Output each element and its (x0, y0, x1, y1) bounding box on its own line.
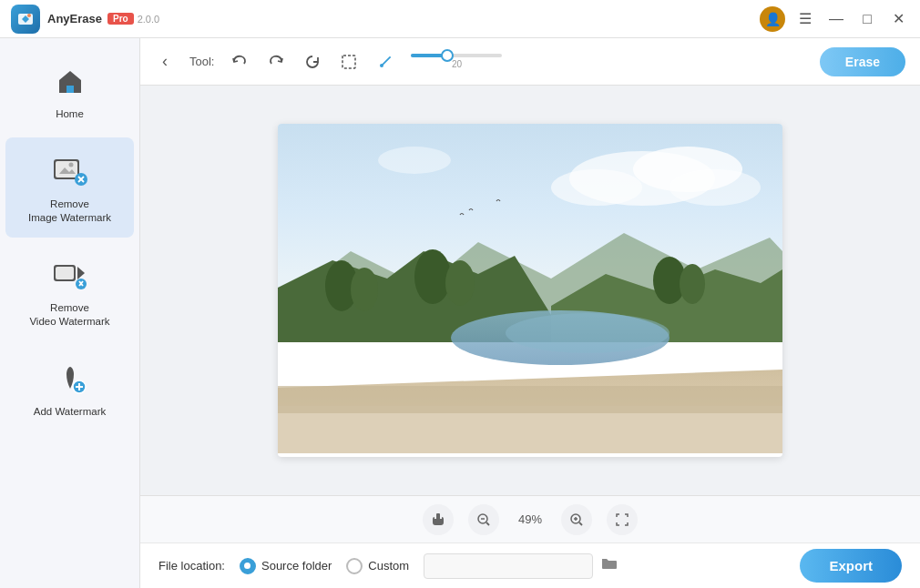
brush-tool-button[interactable] (371, 47, 400, 76)
back-button[interactable]: ‹ (155, 48, 175, 75)
custom-label: Custom (368, 559, 409, 573)
svg-point-24 (670, 169, 761, 206)
path-input[interactable] (424, 553, 593, 579)
close-button[interactable]: ✕ (887, 8, 909, 30)
zoom-out-button[interactable] (468, 504, 499, 535)
sidebar-add-watermark-label: Add Watermark (34, 405, 106, 419)
sidebar-item-add-watermark[interactable]: Add Watermark (5, 345, 134, 431)
sidebar-home-label: Home (56, 107, 84, 121)
canvas-image (278, 124, 782, 453)
title-bar: AnyErase Pro 2.0.0 👤 ☰ — □ ✕ (0, 0, 920, 38)
pan-button[interactable] (423, 504, 454, 535)
undo-button[interactable] (225, 47, 254, 76)
svg-rect-29 (278, 386, 782, 413)
folder-browse-button[interactable] (600, 555, 618, 576)
svg-point-19 (380, 64, 383, 67)
main-layout: Home RemoveImage Watermark (0, 38, 920, 588)
redo-button[interactable] (261, 47, 291, 76)
svg-point-35 (680, 264, 705, 304)
svg-point-23 (551, 169, 642, 206)
home-icon (50, 62, 90, 102)
sidebar-item-home[interactable]: Home (5, 47, 134, 134)
svg-line-38 (486, 522, 489, 525)
zoom-percent: 49% (514, 512, 547, 526)
toolbar: ‹ Tool: (140, 38, 920, 86)
source-folder-radio[interactable] (240, 558, 256, 574)
svg-rect-2 (66, 86, 74, 93)
source-folder-option[interactable]: Source folder (240, 558, 332, 574)
svg-point-33 (445, 260, 475, 306)
selection-tool-button[interactable] (334, 47, 363, 76)
svg-rect-18 (342, 56, 355, 68)
add-watermark-icon (50, 360, 90, 400)
svg-point-25 (378, 147, 451, 174)
source-folder-label: Source folder (261, 559, 332, 573)
reset-button[interactable] (298, 47, 327, 76)
zoom-in-button[interactable] (561, 504, 592, 535)
export-button[interactable]: Export (800, 549, 902, 583)
menu-button[interactable]: ☰ (794, 8, 816, 30)
zoom-bar: 49% (140, 495, 920, 542)
file-bar: File location: Source folder Custom Expo… (140, 542, 920, 588)
minimize-button[interactable]: — (825, 8, 847, 30)
tool-label: Tool: (189, 55, 214, 68)
erase-button[interactable]: Erase (820, 47, 905, 76)
svg-point-1 (27, 14, 31, 17)
fullscreen-button[interactable] (607, 504, 638, 535)
app-name: AnyErase (47, 12, 102, 25)
slider-value: 20 (452, 59, 462, 69)
custom-option[interactable]: Custom (346, 558, 409, 574)
svg-point-5 (68, 162, 73, 167)
app-logo (11, 5, 40, 34)
custom-radio[interactable] (346, 558, 363, 574)
svg-point-32 (414, 249, 451, 304)
window-controls: 👤 ☰ — □ ✕ (760, 6, 909, 32)
svg-rect-11 (56, 267, 74, 279)
content-area: ‹ Tool: (140, 38, 920, 588)
sidebar-item-remove-image[interactable]: RemoveImage Watermark (5, 137, 134, 238)
remove-image-icon (50, 152, 90, 192)
file-location-label: File location: (158, 559, 225, 573)
avatar-button[interactable]: 👤 (760, 6, 785, 32)
pro-badge: Pro (107, 13, 134, 25)
sidebar: Home RemoveImage Watermark (0, 38, 140, 588)
svg-point-27 (506, 313, 670, 353)
remove-video-icon (50, 256, 90, 296)
brush-size-slider[interactable]: 20 (411, 54, 502, 69)
maximize-button[interactable]: □ (856, 8, 878, 30)
sidebar-remove-image-label: RemoveImage Watermark (28, 198, 111, 225)
image-container (278, 124, 782, 457)
svg-point-31 (351, 268, 378, 311)
canvas-area[interactable] (140, 86, 920, 495)
svg-marker-10 (77, 267, 85, 279)
svg-line-42 (579, 522, 582, 525)
sidebar-item-remove-video[interactable]: RemoveVideo Watermark (5, 241, 134, 341)
app-version: 2.0.0 (138, 14, 159, 25)
sidebar-remove-video-label: RemoveVideo Watermark (29, 301, 109, 329)
